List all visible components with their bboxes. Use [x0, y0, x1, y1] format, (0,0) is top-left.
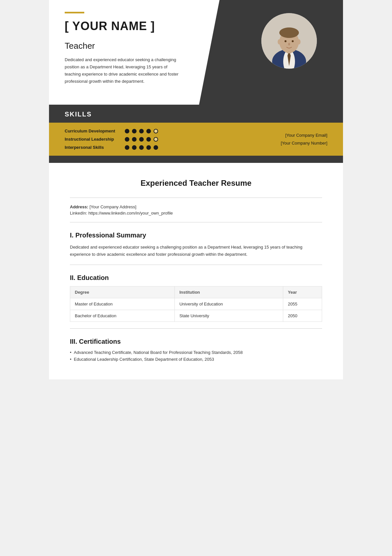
edu-year-2: 2050 — [283, 310, 322, 322]
dot-empty — [154, 129, 158, 133]
skill-name-2: Instructional Leadership — [65, 137, 120, 142]
job-title: Teacher — [65, 41, 204, 51]
col-institution: Institution — [175, 287, 283, 298]
skills-dark-band: SKILLS — [49, 105, 343, 123]
certifications-list: Advanced Teaching Certificate, National … — [70, 350, 322, 362]
gold-accent-bar — [65, 12, 84, 13]
svg-point-6 — [279, 27, 299, 38]
skill-row-3: Interpersonal Skills — [65, 145, 268, 150]
skills-list: Curriculum Development Instructional Lea… — [65, 129, 268, 150]
resume-card: [ YOUR NAME ] Teacher Dedicated and expe… — [49, 0, 343, 379]
skill-name-1: Curriculum Development — [65, 129, 120, 133]
skills-heading: SKILLS — [65, 111, 327, 123]
dot — [146, 137, 151, 142]
professional-summary-heading: I. Professional Summary — [70, 232, 322, 239]
divider-2 — [70, 222, 322, 222]
header-summary: Dedicated and experienced educator seeki… — [65, 56, 182, 85]
address-value: [Your Company Address] — [90, 204, 136, 209]
dot — [139, 145, 144, 150]
skill-dots-2 — [125, 137, 158, 142]
dot — [125, 137, 129, 142]
resume-name: [ YOUR NAME ] — [65, 19, 204, 33]
dot-empty — [154, 137, 158, 142]
dot — [132, 145, 137, 150]
skill-dots-3 — [125, 145, 158, 150]
svg-point-11 — [297, 39, 301, 44]
table-row: Master of Education University of Educat… — [70, 298, 322, 310]
dot — [146, 145, 151, 150]
address-label: Address: — [70, 204, 88, 209]
divider-3 — [70, 265, 322, 265]
edu-degree-2: Bachelor of Education — [70, 310, 175, 322]
profile-photo — [261, 13, 317, 69]
certifications-heading: III. Certifications — [70, 338, 322, 345]
svg-point-8 — [292, 40, 294, 42]
divider-4 — [70, 328, 322, 329]
skills-gold-band: Curriculum Development Instructional Lea… — [49, 123, 343, 156]
dot — [132, 137, 137, 142]
list-item: Advanced Teaching Certificate, National … — [70, 350, 322, 355]
skill-row-1: Curriculum Development — [65, 129, 268, 133]
dot — [154, 145, 158, 150]
edu-degree-1: Master of Education — [70, 298, 175, 310]
svg-point-9 — [288, 43, 290, 45]
page-main-title: Experienced Teacher Resume — [70, 179, 322, 188]
header-section: [ YOUR NAME ] Teacher Dedicated and expe… — [49, 0, 343, 105]
address-row: Address: [Your Company Address] — [70, 204, 322, 209]
dot — [139, 129, 144, 133]
edu-institution-2: State University — [175, 310, 283, 322]
col-year: Year — [283, 287, 322, 298]
divider-1 — [70, 198, 322, 198]
linkedin-value: https://www.linkedin.com/in/your_own_pro… — [88, 211, 173, 216]
linkedin-row: LinkedIn: https://www.linkedin.com/in/yo… — [70, 211, 322, 216]
dot — [146, 129, 151, 133]
skills-contact: [Your Company Email] [Your Company Numbe… — [268, 129, 327, 150]
dot — [125, 129, 129, 133]
dot — [139, 137, 144, 142]
education-heading: II. Education — [70, 274, 322, 282]
col-degree: Degree — [70, 287, 175, 298]
list-item: Educational Leadership Certification, St… — [70, 357, 322, 362]
linkedin-label: LinkedIn: — [70, 211, 87, 216]
table-row: Bachelor of Education State University 2… — [70, 310, 322, 322]
svg-point-7 — [285, 40, 286, 42]
dot — [125, 145, 129, 150]
dot — [132, 129, 137, 133]
edu-year-1: 2055 — [283, 298, 322, 310]
professional-summary-text: Dedicated and experienced educator seeki… — [70, 244, 322, 258]
skill-row-2: Instructional Leadership — [65, 137, 268, 142]
contact-email: [Your Company Email] — [285, 131, 327, 139]
svg-point-10 — [278, 39, 281, 44]
header-white-panel: [ YOUR NAME ] Teacher Dedicated and expe… — [49, 0, 220, 105]
page-body: Experienced Teacher Resume Address: [You… — [49, 163, 343, 379]
dark-footer-band — [49, 156, 343, 163]
edu-institution-1: University of Education — [175, 298, 283, 310]
contact-number: [Your Company Number] — [281, 139, 327, 147]
table-header-row: Degree Institution Year — [70, 287, 322, 298]
skill-dots-1 — [125, 129, 158, 133]
skill-name-3: Interpersonal Skills — [65, 145, 120, 150]
education-table: Degree Institution Year Master of Educat… — [70, 286, 322, 322]
